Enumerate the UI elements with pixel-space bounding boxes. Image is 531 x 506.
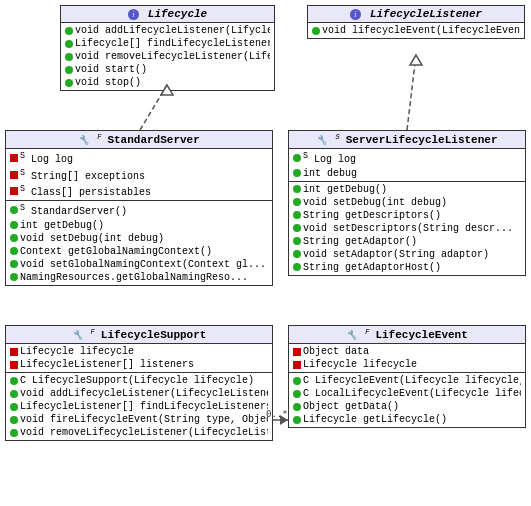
public-icon	[293, 198, 301, 206]
public-icon	[65, 53, 73, 61]
serverlifecyclelistener-method-1: int getDebug()	[293, 183, 521, 196]
public-icon	[10, 221, 18, 229]
public-icon	[293, 237, 301, 245]
public-icon	[293, 250, 301, 258]
lifecycleevent-method-2: C LocalLifecycleEvent(Lifecycle lifecycl…	[293, 387, 521, 400]
serverlifecyclelistener-fields: S Log log int debug	[289, 149, 525, 181]
lifecyclesupport-classname: LifecycleSupport	[101, 329, 207, 341]
lifecyclesupport-icon: 🔧	[72, 331, 83, 341]
svg-marker-3	[410, 55, 422, 65]
lifecycleevent-header: 🔧 F LifecycleEvent	[289, 326, 525, 344]
private-icon	[10, 154, 18, 162]
lifecyclesupport-method-2: void addLifecycleListener(LifecycleListe…	[10, 387, 268, 400]
public-icon	[293, 403, 301, 411]
serverlifecyclelistener-method-3: String getDescriptors()	[293, 209, 521, 222]
serverlifecyclelistener-field-1: S Log log	[293, 150, 521, 166]
lifecycle-class: i Lifecycle void addLifecycleListener(Li…	[60, 5, 275, 91]
private-icon	[293, 348, 301, 356]
lifecycleevent-class: 🔧 F LifecycleEvent Object data Lifecycle…	[288, 325, 526, 428]
public-icon	[293, 263, 301, 271]
lifecycle-info-icon: i	[128, 9, 139, 20]
serverlifecyclelistener-method-5: String getAdaptor()	[293, 235, 521, 248]
private-icon	[293, 361, 301, 369]
lifecyclesupport-method-5: void removeLifecycleListener(LifecycleLi…	[10, 426, 268, 439]
public-icon	[65, 79, 73, 87]
private-icon	[10, 187, 18, 195]
public-icon	[293, 169, 301, 177]
public-icon	[10, 234, 18, 242]
lifecycleevent-fields: Object data Lifecycle lifecycle	[289, 344, 525, 373]
standardserver-field-2: S String[] exceptions	[10, 167, 268, 183]
public-icon	[10, 377, 18, 385]
standardserver-method-5: NamingResources.getGlobalNamingReso...	[10, 271, 268, 284]
lifecyclelistener-method-1: void lifecycleEvent(LifecycleEvent event…	[312, 24, 520, 37]
public-icon	[293, 377, 301, 385]
public-icon	[65, 66, 73, 74]
lifecycle-classname: Lifecycle	[148, 8, 207, 20]
lifecycle-method-2: Lifecycle[] findLifecycleListeners()	[65, 37, 270, 50]
public-icon	[293, 416, 301, 424]
lifecyclelistener-info-icon: i	[350, 9, 361, 20]
lifecyclelistener-classname: LifecycleListener	[370, 8, 482, 20]
serverlifecyclelistener-method-4: void setDescriptors(String descr...	[293, 222, 521, 235]
public-icon	[10, 247, 18, 255]
lifecycleevent-method-3: Object getData()	[293, 400, 521, 413]
public-icon	[293, 185, 301, 193]
lifecyclesupport-field-2: LifecycleListener[] listeners	[10, 358, 268, 371]
lifecyclesupport-method-3: LifecycleListener[] findLifecycleListene…	[10, 400, 268, 413]
public-icon	[65, 27, 73, 35]
public-icon	[10, 416, 18, 424]
serverlifecyclelistener-field-2: int debug	[293, 167, 521, 180]
private-icon	[10, 348, 18, 356]
uml-diagram: i Lifecycle void addLifecycleListener(Li…	[0, 0, 531, 506]
standardserver-method-4: void setGlobalNamingContext(Context gl..…	[10, 258, 268, 271]
standardserver-header: 🔧 F StandardServer	[6, 131, 272, 149]
serverlifecyclelistener-classname: ServerLifecycleListener	[346, 134, 498, 146]
lifecyclesupport-class: 🔧 F LifecycleSupport Lifecycle lifecycle…	[5, 325, 273, 441]
serverlifecyclelistener-class: 🔧 S ServerLifecycleListener S Log log in…	[288, 130, 526, 276]
lifecyclesupport-method-4: void fireLifecycleEvent(String type, Obj…	[10, 413, 268, 426]
serverlifecyclelistener-method-2: void setDebug(int debug)	[293, 196, 521, 209]
lifecyclelistener-methods: void lifecycleEvent(LifecycleEvent event…	[308, 23, 524, 38]
lifecyclesupport-field-1: Lifecycle lifecycle	[10, 345, 268, 358]
lifecyclelistener-class: i LifecycleListener void lifecycleEvent(…	[307, 5, 525, 39]
lifecycleevent-icon: 🔧	[346, 331, 357, 341]
public-icon	[10, 260, 18, 268]
lifecyclesupport-method-1: C LifecycleSupport(Lifecycle lifecycle)	[10, 374, 268, 387]
public-icon	[10, 390, 18, 398]
lifecycleevent-field-1: Object data	[293, 345, 521, 358]
public-icon	[293, 211, 301, 219]
lifecycle-method-1: void addLifecycleListener(LifycleListe..…	[65, 24, 270, 37]
lifecyclesupport-methods: C LifecycleSupport(Lifecycle lifecycle) …	[6, 373, 272, 440]
standardserver-field-3: S Class[] persistables	[10, 183, 268, 199]
svg-line-0	[140, 85, 167, 130]
lifecycleevent-method-4: Lifecycle getLifecycle()	[293, 413, 521, 426]
standardserver-method-2: void setDebug(int debug)	[10, 232, 268, 245]
standardserver-field-1: S Log log	[10, 150, 268, 166]
lifecycleevent-method-1: C LifecycleEvent(Lifecycle lifecycle, St…	[293, 374, 521, 387]
serverlifecyclelistener-method-7: String getAdaptorHost()	[293, 261, 521, 274]
lifecyclesupport-header: 🔧 F LifecycleSupport	[6, 326, 272, 344]
standardserver-class: 🔧 F StandardServer S Log log S String[] …	[5, 130, 273, 286]
public-icon	[10, 206, 18, 214]
lifecycleevent-classname: LifecycleEvent	[375, 329, 467, 341]
serverlifecyclelistener-methods: int getDebug() void setDebug(int debug) …	[289, 182, 525, 275]
standardserver-method-0: S StandardServer()	[10, 202, 268, 218]
lifecycleevent-field-2: Lifecycle lifecycle	[293, 358, 521, 371]
serverlifecyclelistener-header: 🔧 S ServerLifecycleListener	[289, 131, 525, 149]
lifecycle-method-4: void start()	[65, 63, 270, 76]
lifecycle-method-5: void stop()	[65, 76, 270, 89]
lifecycleevent-methods: C LifecycleEvent(Lifecycle lifecycle, St…	[289, 373, 525, 427]
public-icon	[65, 40, 73, 48]
lifecyclesupport-fields: Lifecycle lifecycle LifecycleListener[] …	[6, 344, 272, 373]
serverlifecyclelistener-method-6: void setAdaptor(String adaptor)	[293, 248, 521, 261]
standardserver-method-3: Context getGlobalNamingContext()	[10, 245, 268, 258]
lifecycle-method-3: void removeLifecycleListener(LifecycleL.…	[65, 50, 270, 63]
standardserver-fields: S Log log S String[] exceptions S Class[…	[6, 149, 272, 201]
public-icon	[312, 27, 320, 35]
lifecycle-header: i Lifecycle	[61, 6, 274, 23]
svg-marker-5	[280, 415, 288, 425]
standardserver-classname: StandardServer	[107, 134, 199, 146]
public-icon	[10, 429, 18, 437]
svg-line-2	[407, 55, 416, 130]
